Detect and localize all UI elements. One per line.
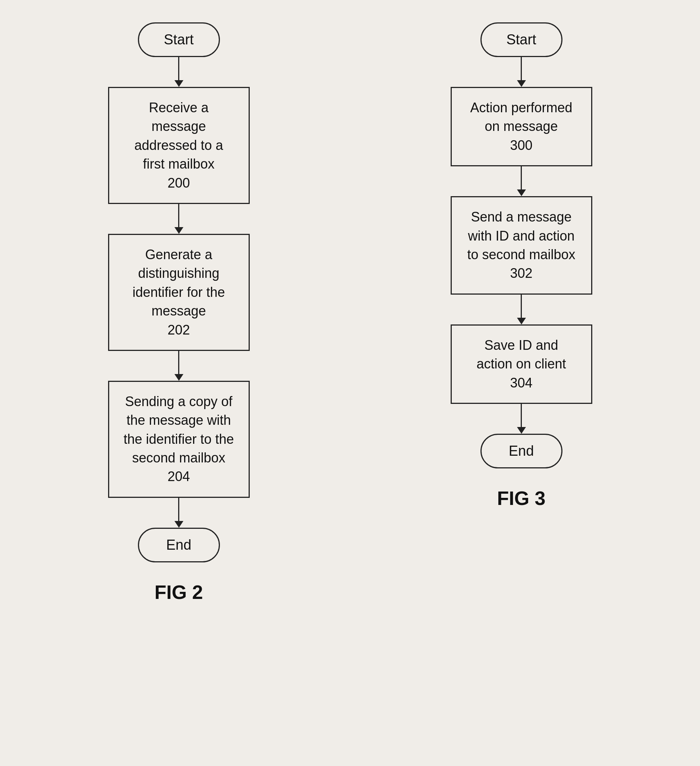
- fig3-arrow-2-line: [521, 166, 522, 190]
- fig2-node-200-text: Receive a message addressed to a first m…: [123, 98, 235, 192]
- fig3-start-label: Start: [506, 32, 536, 47]
- fig3-arrow-3-line: [521, 294, 522, 318]
- fig3-node-302-text: Send a message with ID and action to sec…: [465, 208, 578, 283]
- fig3-flowchart: Start Action performed on message300 Sen…: [372, 22, 670, 510]
- fig2-arrow-4-line: [178, 498, 179, 521]
- fig2-node-200: Receive a message addressed to a first m…: [108, 87, 250, 204]
- fig3-arrow-1: [517, 57, 526, 87]
- fig2-arrow-4: [174, 498, 183, 528]
- fig2-end-label: End: [166, 537, 191, 553]
- fig3-node-300-text: Action performed on message300: [465, 98, 578, 155]
- fig3-node-302: Send a message with ID and action to sec…: [450, 196, 592, 294]
- fig2-arrow-2-line: [178, 204, 179, 227]
- fig2-arrow-2-head: [174, 227, 183, 234]
- fig2-node-202: Generate a distinguishing identifier for…: [108, 234, 250, 351]
- fig2-arrow-1-head: [174, 80, 183, 87]
- fig3-arrow-3-head: [517, 318, 526, 324]
- fig2-arrow-3-head: [174, 374, 183, 381]
- fig3-end-label: End: [509, 443, 534, 459]
- fig2-flowchart: Start Receive a message addressed to a f…: [30, 22, 328, 603]
- fig2-arrow-1: [174, 57, 183, 87]
- fig2-node-204: Sending a copy of the message with the i…: [108, 381, 250, 498]
- fig2-start-node: Start: [138, 22, 220, 57]
- fig2-node-202-text: Generate a distinguishing identifier for…: [123, 245, 235, 339]
- fig2-arrow-1-line: [178, 57, 179, 80]
- fig3-arrow-1-line: [521, 57, 522, 80]
- fig2-end-node: End: [138, 528, 220, 562]
- fig3-start-node: Start: [480, 22, 563, 57]
- fig2-node-204-text: Sending a copy of the message with the i…: [123, 392, 235, 486]
- fig3-end-node: End: [480, 434, 563, 468]
- fig2-arrow-2: [174, 204, 183, 234]
- fig3-node-304: Save ID and action on client304: [450, 324, 592, 404]
- fig3-arrow-4: [517, 404, 526, 434]
- fig3-node-300: Action performed on message300: [450, 87, 592, 166]
- fig3-node-304-text: Save ID and action on client304: [465, 336, 578, 392]
- fig3-arrow-2: [517, 166, 526, 196]
- fig3-arrow-3: [517, 294, 526, 324]
- page: Start Receive a message addressed to a f…: [0, 0, 700, 766]
- fig3-arrow-2-head: [517, 190, 526, 196]
- fig3-label: FIG 3: [497, 487, 545, 510]
- fig2-arrow-3-line: [178, 351, 179, 374]
- fig2-label: FIG 2: [154, 581, 203, 603]
- fig3-arrow-4-head: [517, 427, 526, 434]
- fig2-arrow-4-head: [174, 521, 183, 528]
- fig3-arrow-1-head: [517, 80, 526, 87]
- fig2-arrow-3: [174, 351, 183, 381]
- fig3-arrow-4-line: [521, 404, 522, 427]
- fig2-start-label: Start: [164, 32, 193, 47]
